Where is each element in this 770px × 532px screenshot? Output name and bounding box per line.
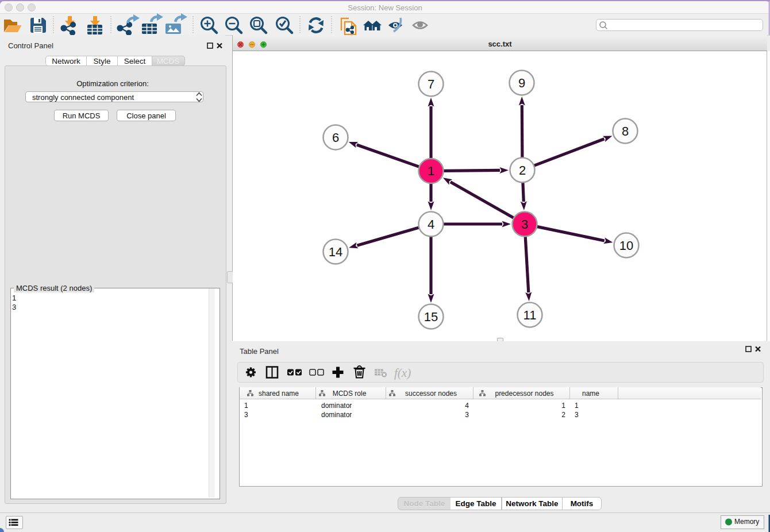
- svg-text:f(x): f(x): [394, 366, 411, 380]
